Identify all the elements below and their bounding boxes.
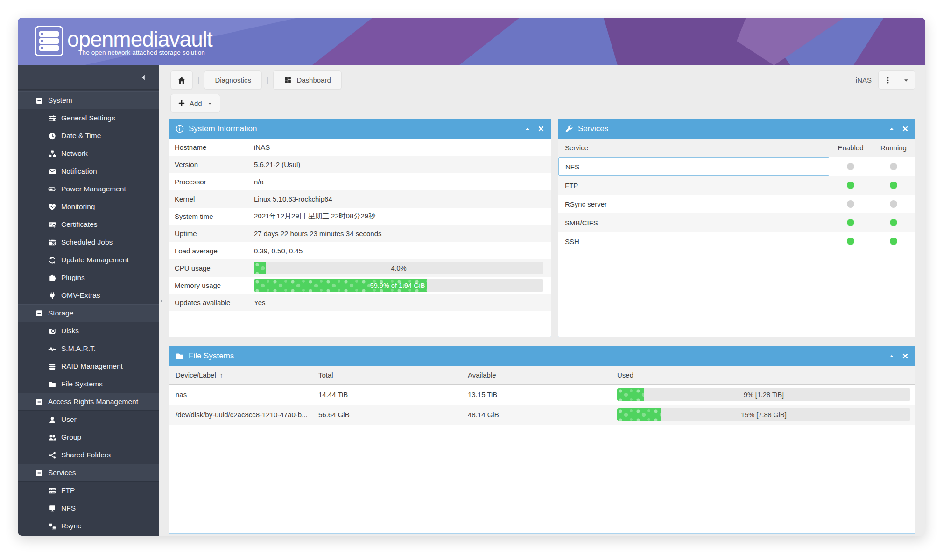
collapse-panel-icon[interactable] — [524, 126, 531, 132]
sidebar-item-label: Update Management — [61, 256, 129, 264]
fs-device-cell: nas — [169, 391, 318, 399]
service-name-cell[interactable]: FTP — [558, 176, 829, 195]
running-dot-gray — [890, 200, 897, 208]
service-row-rsync-server[interactable]: RSync server — [558, 195, 915, 213]
plug-icon — [48, 292, 56, 300]
system-info-label: Kernel — [175, 195, 254, 203]
column-total[interactable]: Total — [318, 371, 468, 379]
sidebar-item-update-management[interactable]: Update Management — [18, 251, 159, 269]
progress-label: 4.0% — [254, 262, 543, 274]
sidebar-section-system[interactable]: System — [18, 91, 159, 109]
system-info-value: 27 days 22 hours 23 minutes 34 seconds — [254, 230, 543, 238]
service-name-cell[interactable]: RSync server — [558, 195, 829, 213]
sidebar-item-plugins[interactable]: Plugins — [18, 269, 159, 287]
sidebar-item-omv-extras[interactable]: OMV-Extras — [18, 287, 159, 304]
sliders-icon — [48, 114, 56, 122]
service-name-cell[interactable]: NFS — [558, 157, 829, 176]
sidebar-item-file-systems[interactable]: File Systems — [18, 375, 159, 393]
db-stack-icon — [48, 363, 56, 371]
panel-file-systems-header: File Systems — [169, 346, 915, 366]
sidebar-item-notification[interactable]: Notification — [18, 162, 159, 180]
home-button[interactable] — [170, 70, 193, 90]
system-info-label: CPU usage — [175, 264, 254, 272]
sidebar-item-label: Rsync — [61, 522, 81, 530]
column-used[interactable]: Used — [615, 371, 915, 379]
pulse-icon — [48, 345, 56, 353]
sidebar-section-services[interactable]: Services — [18, 464, 159, 482]
splitter-collapse-icon[interactable] — [158, 295, 165, 307]
close-panel-icon[interactable] — [902, 126, 908, 132]
sidebar-collapse-icon[interactable] — [139, 73, 148, 82]
sidebar-item-scheduled-jobs[interactable]: Scheduled Jobs — [18, 233, 159, 251]
fs-used-cell: 15% [7.88 GiB] — [615, 408, 915, 421]
sidebar-section-label: System — [48, 96, 72, 105]
sidebar-item-label: Power Management — [61, 185, 126, 193]
minus-square-icon — [35, 469, 43, 477]
system-info-label: Processor — [175, 178, 254, 186]
sidebar-item-group[interactable]: Group — [18, 428, 159, 446]
sidebar-item-date-time[interactable]: Date & Time — [18, 127, 159, 145]
computers-icon — [48, 522, 56, 530]
column-running: Running — [872, 144, 915, 152]
service-row-ftp[interactable]: FTP — [558, 176, 915, 195]
column-available[interactable]: Available — [468, 371, 615, 379]
fs-used-label: 15% [7.88 GiB] — [617, 408, 910, 421]
progress-track: 59.9% of 1.94 GiB — [254, 279, 543, 292]
service-row-ssh[interactable]: SSH — [558, 232, 915, 251]
sidebar-section-storage[interactable]: Storage — [18, 304, 159, 322]
system-info-label: Memory usage — [175, 281, 254, 289]
sidebar-header — [18, 65, 159, 90]
system-info-row: Updates availableYes — [169, 294, 551, 311]
user-icon — [48, 416, 56, 424]
system-info-label: System time — [175, 212, 254, 220]
collapse-panel-icon[interactable] — [888, 126, 895, 132]
service-name-cell[interactable]: SSH — [558, 232, 829, 251]
sidebar-item-raid-management[interactable]: RAID Management — [18, 357, 159, 375]
column-device-label[interactable]: Device/Label↑ — [169, 371, 318, 379]
breadcrumb-dashboard[interactable]: Dashboard — [273, 70, 341, 90]
filesystem-row-1[interactable]: nas14.44 TiB13.15 TiB9% [1.28 TiB] — [169, 385, 915, 405]
collapse-panel-icon[interactable] — [888, 353, 895, 359]
breadcrumb-dashboard-label: Dashboard — [296, 76, 331, 84]
dashboard-grid-icon — [284, 76, 292, 84]
sidebar-item-user[interactable]: User — [18, 411, 159, 428]
sidebar-item-s-m-a-r-t[interactable]: S.M.A.R.T. — [18, 340, 159, 357]
minus-square-icon — [35, 398, 43, 406]
enabled-dot-green — [847, 238, 854, 245]
sidebar-item-monitoring[interactable]: Monitoring — [18, 198, 159, 216]
kebab-menu-button[interactable] — [879, 71, 897, 89]
service-name-cell[interactable]: SMB/CIFS — [558, 213, 829, 232]
sidebar-item-ftp[interactable]: FTP — [18, 482, 159, 499]
running-dot-green — [890, 219, 897, 226]
system-info-row: Memory usage59.9% of 1.94 GiB — [169, 277, 551, 294]
sidebar-item-rsync[interactable]: Rsync — [18, 517, 159, 535]
service-row-nfs[interactable]: NFS — [558, 157, 915, 176]
sidebar-section-access-rights-management[interactable]: Access Rights Management — [18, 393, 159, 411]
sidebar-item-label: Shared Folders — [61, 451, 111, 459]
sidebar-item-nfs[interactable]: NFS — [18, 499, 159, 517]
service-row-smb-cifs[interactable]: SMB/CIFS — [558, 213, 915, 232]
sidebar-item-power-management[interactable]: Power Management — [18, 180, 159, 198]
panel-services-header: Services — [558, 119, 915, 139]
minus-square-icon — [35, 97, 43, 105]
add-widget-button[interactable]: Add — [170, 94, 220, 112]
breadcrumb-diagnostics[interactable]: Diagnostics — [204, 70, 262, 90]
user-menu-group — [878, 70, 915, 90]
panel-system-information-header: System Information — [169, 119, 551, 139]
enabled-dot-green — [847, 182, 854, 189]
sidebar-section-label: Services — [48, 469, 76, 477]
dashboard-toolbar: Add — [159, 90, 925, 112]
sidebar-item-general-settings[interactable]: General Settings — [18, 109, 159, 127]
sidebar-item-shared-folders[interactable]: Shared Folders — [18, 446, 159, 464]
sidebar-item-label: Plugins — [61, 273, 85, 282]
fs-total-cell: 14.44 TiB — [318, 391, 468, 399]
sidebar-item-network[interactable]: Network — [18, 145, 159, 162]
close-panel-icon[interactable] — [538, 126, 544, 132]
caret-down-button[interactable] — [897, 71, 915, 89]
filesystem-row-2[interactable]: /dev/disk/by-uuid/c2ac8cc8-1210-47a0-b..… — [169, 405, 915, 425]
sidebar-item-label: Scheduled Jobs — [61, 238, 113, 246]
close-panel-icon[interactable] — [902, 353, 908, 359]
sidebar-item-disks[interactable]: Disks — [18, 322, 159, 340]
panel-services: Services Service Enabled Running NFSFTPR… — [558, 119, 915, 337]
sidebar-item-certificates[interactable]: Certificates — [18, 216, 159, 233]
